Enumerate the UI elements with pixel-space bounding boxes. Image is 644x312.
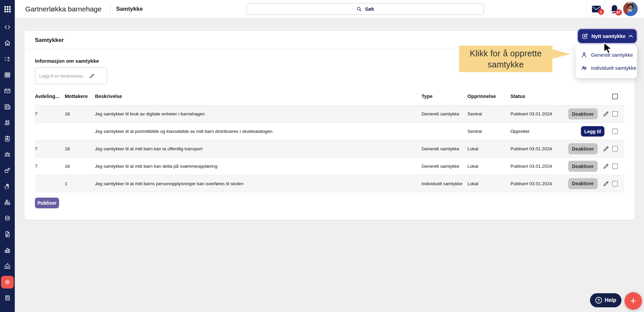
sidebar-item-home[interactable]	[0, 35, 15, 51]
tasks-icon	[4, 55, 11, 63]
select-all-checkbox[interactable]	[612, 94, 618, 99]
consents-table: Avdeling... Mottakere Beskrivelse Type O…	[35, 88, 624, 192]
reception-icon	[4, 199, 11, 206]
sign-language-icon	[4, 183, 11, 190]
sidebar-item-settings[interactable]	[0, 274, 15, 290]
sidebar-item-calendar[interactable]	[0, 67, 15, 83]
sidebar	[0, 0, 15, 312]
row-checkbox[interactable]	[612, 146, 618, 152]
cell-opprinnelse: Lokal	[467, 181, 510, 186]
mail-icon	[4, 87, 11, 95]
edit-icon[interactable]	[602, 110, 609, 117]
cell-avdeling: 7	[35, 111, 65, 116]
table-row: 7 18 Jeg samtykker til bruk av digitale …	[35, 105, 624, 122]
coachmark-tooltip: Klikk for å opprette samtykke	[459, 46, 552, 72]
add-button[interactable]: Legg til	[581, 126, 604, 137]
question-icon: ?	[595, 297, 602, 304]
header-beskrivelse: Beskrivelse	[95, 94, 422, 99]
news-icon	[4, 103, 11, 110]
cell-mottakere: 1	[65, 181, 95, 186]
deactivate-button[interactable]: Deaktiver	[568, 143, 598, 154]
documents-icon	[4, 230, 11, 238]
cell-status: Publisert 03.01.2024	[510, 164, 568, 169]
new-consent-button[interactable]: Nytt samtykke	[578, 29, 637, 43]
table-row: Jeg samtykker til at portrettbilde og kl…	[35, 122, 624, 140]
new-consent-menu: Generelt samtykke Individuelt samtykke	[576, 45, 637, 78]
menu-item-individuelt-samtykke[interactable]: Individuelt samtykke	[576, 61, 637, 74]
sidebar-item-family[interactable]	[0, 115, 15, 131]
menu-item-generelt-samtykke[interactable]: Generelt samtykke	[576, 48, 637, 61]
search-placeholder: Søk	[365, 6, 374, 12]
cell-avdeling: 7	[35, 146, 65, 151]
cell-avdeling: 7	[35, 164, 65, 169]
sidebar-item-groups[interactable]	[0, 147, 15, 163]
header-opprinnelse: Opprinnelse	[467, 94, 510, 99]
sidebar-item-tasks[interactable]	[0, 51, 15, 67]
menu-item-label: Generelt samtykke	[591, 52, 633, 58]
coachmark-text: Klikk for å opprette samtykke	[464, 48, 548, 70]
cell-status: Publisert 03.01.2024	[510, 111, 568, 116]
sidebar-item-id-card[interactable]	[0, 131, 15, 147]
chevron-up-icon	[629, 35, 633, 38]
sidebar-item-documents[interactable]	[0, 226, 15, 243]
school-icon	[4, 262, 11, 270]
cell-type: Individuelt samtykke	[422, 181, 467, 186]
description-input[interactable]: Legg til en beskrivelse...	[35, 67, 107, 84]
row-checkbox[interactable]	[612, 181, 618, 187]
new-consent-label: Nytt samtykke	[591, 33, 626, 39]
sidebar-item-reception[interactable]	[0, 195, 15, 211]
deactivate-button[interactable]: Deaktiver	[568, 161, 598, 172]
finance-icon	[4, 215, 11, 222]
sidebar-item-news[interactable]	[0, 99, 15, 115]
table-row: 1 Jeg samtykker til at mitt barns person…	[35, 175, 624, 192]
row-checkbox[interactable]	[612, 163, 618, 169]
help-label: Help	[605, 297, 616, 303]
handbook-icon	[4, 294, 11, 302]
sidebar-item-finance[interactable]	[0, 210, 15, 226]
add-fab-button[interactable]: +	[625, 292, 642, 310]
publish-button[interactable]: Publiser	[35, 198, 59, 208]
header-status: Status	[510, 94, 568, 99]
table-header-row: Avdeling... Mottakere Beskrivelse Type O…	[35, 88, 624, 105]
sidebar-item-statistics[interactable]	[0, 242, 15, 258]
sidebar-item-handbook[interactable]	[0, 290, 15, 306]
grid-icon	[4, 6, 11, 12]
menu-item-label: Individuelt samtykke	[591, 65, 636, 71]
id-card-icon	[4, 135, 11, 142]
legal-icon	[4, 167, 11, 174]
row-checkbox[interactable]	[612, 128, 618, 134]
divider	[110, 3, 110, 15]
app-launcher-button[interactable]	[0, 0, 15, 18]
notifications-button[interactable]: 67	[606, 0, 623, 18]
edit-icon[interactable]	[602, 163, 609, 170]
deactivate-button[interactable]: Deaktiver	[568, 108, 598, 119]
row-checkbox[interactable]	[612, 111, 618, 117]
cell-status: Opprettet	[510, 129, 568, 134]
cell-mottakere: 18	[65, 111, 95, 116]
cell-type: Generelt samtykke	[422, 146, 467, 151]
settings-icon	[4, 278, 11, 286]
sidebar-item-legal[interactable]	[0, 163, 15, 179]
cell-mottakere: 18	[65, 164, 95, 169]
home-icon	[4, 39, 11, 47]
cell-beskrivelse: Jeg samtykker til at mitt barns personop…	[95, 181, 422, 186]
help-button[interactable]: ? Help	[590, 293, 622, 307]
search-input[interactable]: Søk	[246, 3, 484, 15]
sidebar-item-sign-language[interactable]	[0, 178, 15, 195]
people-icon	[581, 65, 587, 71]
avatar-photo	[623, 2, 638, 16]
sidebar-item-messages[interactable]	[0, 83, 15, 99]
avatar[interactable]	[623, 2, 638, 16]
cell-beskrivelse: Jeg samtykker til at mitt barn kan delta…	[95, 164, 422, 169]
notifications-badge: 67	[615, 9, 622, 15]
header-mottakere: Mottakere	[65, 94, 95, 99]
tab-samtykke[interactable]: Samtykke	[116, 0, 143, 18]
mail-button[interactable]: 1	[588, 0, 605, 18]
edit-icon[interactable]	[602, 180, 609, 187]
deactivate-button[interactable]: Deaktiver	[568, 178, 598, 189]
sidebar-item-school[interactable]	[0, 258, 15, 274]
divider	[587, 0, 587, 18]
cell-beskrivelse: Jeg samtykker til bruk av digitale enhet…	[95, 111, 422, 116]
sidebar-item-code[interactable]	[0, 19, 15, 35]
edit-icon[interactable]	[602, 145, 609, 152]
